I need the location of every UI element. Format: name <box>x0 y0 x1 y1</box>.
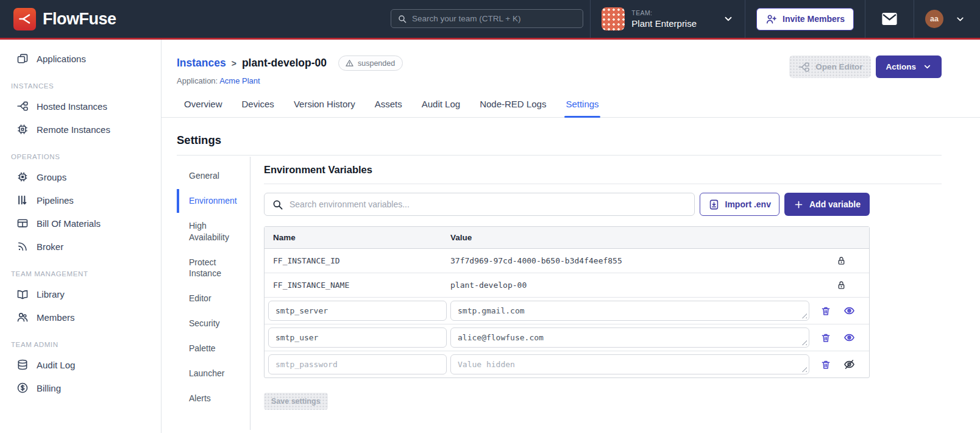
tab-overview[interactable]: Overview <box>183 99 224 117</box>
sidebar-item-pipelines[interactable]: Pipelines <box>0 188 161 212</box>
open-editor-label: Open Editor <box>815 62 862 71</box>
settings-nav-palette[interactable]: Palette <box>177 337 250 360</box>
settings-nav-security[interactable]: Security <box>177 312 250 335</box>
column-header-value: Value <box>450 227 813 248</box>
tab-assets[interactable]: Assets <box>374 99 403 117</box>
add-variable-button[interactable]: Add variable <box>784 193 870 216</box>
application-label: Application: <box>177 76 218 85</box>
sidebar-item-label: Bill Of Materials <box>37 218 101 229</box>
import-env-button[interactable]: Import .env <box>700 193 779 216</box>
settings-nav-protect-instance[interactable]: Protect Instance <box>177 251 250 286</box>
invite-members-button[interactable]: Invite Members <box>756 8 854 30</box>
open-editor-button[interactable]: Open Editor <box>789 55 871 78</box>
env-var-value-input[interactable] <box>450 327 809 348</box>
table-row: FF_INSTANCE_NAME plant-develop-00 <box>265 273 869 298</box>
sidebar-item-broker[interactable]: Broker <box>0 235 161 258</box>
eye-slash-icon <box>843 359 855 370</box>
env-var-name-input[interactable] <box>268 327 447 348</box>
sidebar-item-audit-log[interactable]: Audit Log <box>0 353 161 376</box>
settings-nav-editor[interactable]: Editor <box>177 287 250 310</box>
env-var-name-input[interactable] <box>268 354 447 374</box>
sidebar-item-applications[interactable]: Applications <box>0 47 161 70</box>
fork-node-icon <box>16 100 29 112</box>
import-env-label: Import .env <box>725 199 771 209</box>
sidebar-item-label: Library <box>37 289 65 299</box>
breadcrumb-separator: > <box>232 59 236 68</box>
tab-audit-log[interactable]: Audit Log <box>421 99 461 117</box>
sidebar-section-instances: INSTANCES <box>0 70 161 95</box>
settings-section: Settings General Environment High Availa… <box>162 118 980 433</box>
env-search-input[interactable] <box>289 199 687 209</box>
tab-version-history[interactable]: Version History <box>293 99 357 117</box>
env-var-value-input[interactable] <box>450 301 809 321</box>
instance-tabs: Overview Devices Version History Assets … <box>162 99 980 118</box>
broker-signal-icon <box>16 240 29 252</box>
hide-value-button[interactable] <box>843 359 855 370</box>
env-variables-table: Name Value FF_INSTANCE_ID 37f7d969-97cd-… <box>264 226 870 378</box>
actions-button[interactable]: Actions <box>876 55 942 78</box>
env-var-name-input[interactable] <box>268 301 447 321</box>
pipelines-icon <box>16 194 29 206</box>
env-var-value-input[interactable] <box>450 354 809 374</box>
sidebar-item-label: Applications <box>37 54 86 64</box>
delete-variable-button[interactable] <box>820 332 831 343</box>
env-var-name: FF_INSTANCE_NAME <box>265 274 450 296</box>
tab-node-red-logs[interactable]: Node-RED Logs <box>478 99 547 117</box>
chevron-down-icon <box>723 13 734 24</box>
env-var-value: 37f7d969-97cd-4000-b650-b3d4f4eef855 <box>450 249 813 272</box>
sidebar-item-bill-of-materials[interactable]: Bill Of Materials <box>0 212 161 235</box>
mail-icon <box>881 12 898 26</box>
team-selector[interactable]: TEAM: Plant Enterprise <box>591 0 745 38</box>
settings-nav-general[interactable]: General <box>177 164 250 188</box>
sidebar-section-operations: OPERATIONS <box>0 141 161 165</box>
sidebar-item-library[interactable]: Library <box>0 282 161 306</box>
add-variable-label: Add variable <box>809 199 861 209</box>
show-value-button[interactable] <box>843 332 855 343</box>
sidebar-item-groups[interactable]: Groups <box>0 165 161 188</box>
sidebar-item-billing[interactable]: Billing <box>0 376 161 399</box>
sidebar-item-hosted-instances[interactable]: Hosted Instances <box>0 95 161 118</box>
team-search-input[interactable] <box>412 14 577 23</box>
sidebar-section-team-admin: TEAM ADMIN <box>0 329 161 353</box>
settings-nav-alerts[interactable]: Alerts <box>177 387 250 410</box>
sidebar: Applications INSTANCES Hosted Instances <box>0 40 162 433</box>
top-header: FlowFuse TEAM: Plant Enterprise <box>0 0 980 38</box>
notifications-button[interactable] <box>865 0 914 38</box>
warning-icon <box>345 59 354 68</box>
team-search[interactable] <box>391 9 583 28</box>
lock-icon <box>836 280 847 290</box>
sidebar-item-label: Hosted Instances <box>37 101 107 112</box>
env-search[interactable] <box>264 193 695 216</box>
delete-variable-button[interactable] <box>820 306 831 317</box>
trash-icon <box>820 306 831 317</box>
database-icon <box>16 359 29 371</box>
chip-icon <box>16 123 29 135</box>
sidebar-item-remote-instances[interactable]: Remote Instances <box>0 118 161 141</box>
user-menu[interactable]: aa <box>914 0 980 38</box>
chevron-down-icon <box>955 14 965 24</box>
tab-devices[interactable]: Devices <box>241 99 275 117</box>
actions-label: Actions <box>886 62 916 71</box>
status-badge-label: suspended <box>358 59 395 68</box>
breadcrumb: Instances > plant-develop-00 suspended <box>177 55 403 71</box>
save-settings-button[interactable]: Save settings <box>264 393 328 410</box>
environment-panel: Environment Variables <box>250 157 942 430</box>
settings-nav-launcher[interactable]: Launcher <box>177 362 250 385</box>
sidebar-item-label: Billing <box>37 383 61 393</box>
table-row <box>265 324 869 351</box>
team-avatar <box>602 7 625 30</box>
main-content: Instances > plant-develop-00 suspended <box>162 40 980 433</box>
breadcrumb-instances-link[interactable]: Instances <box>177 57 226 70</box>
brand[interactable]: FlowFuse <box>0 8 116 30</box>
application-link[interactable]: Acme Plant <box>219 76 260 85</box>
show-value-button[interactable] <box>843 305 855 317</box>
sidebar-section-team-management: TEAM MANAGEMENT <box>0 258 161 282</box>
settings-nav-environment[interactable]: Environment <box>177 189 250 213</box>
settings-title: Settings <box>177 134 942 147</box>
tab-settings[interactable]: Settings <box>564 99 600 117</box>
settings-nav-high-availability[interactable]: High Availability <box>177 214 250 249</box>
brand-name: FlowFuse <box>43 10 116 29</box>
delete-variable-button[interactable] <box>820 359 831 370</box>
sidebar-item-members[interactable]: Members <box>0 306 161 329</box>
table-row: FF_INSTANCE_ID 37f7d969-97cd-4000-b650-b… <box>265 249 869 273</box>
